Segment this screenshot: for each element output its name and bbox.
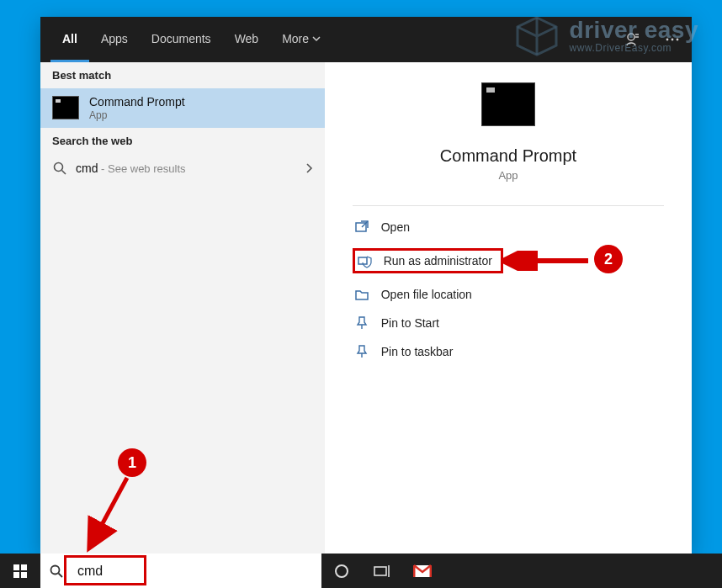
svg-point-1 — [666, 39, 669, 41]
action-open-location[interactable]: Open file location — [353, 280, 665, 309]
admin-shield-icon — [357, 253, 372, 268]
tab-more-label: More — [282, 32, 309, 45]
svg-line-20 — [91, 478, 127, 545]
details-title: Command Prompt — [440, 146, 576, 166]
chevron-down-icon — [312, 34, 321, 43]
tab-all[interactable]: All — [50, 17, 89, 62]
result-type: App — [89, 109, 185, 121]
svg-point-2 — [672, 39, 674, 41]
details-column: Command Prompt App Open Run as administr… — [325, 62, 692, 554]
action-open-location-label: Open file location — [381, 288, 472, 301]
best-match-header: Best match — [40, 62, 325, 88]
cortana-button[interactable] — [321, 554, 362, 588]
svg-rect-11 — [21, 572, 27, 578]
pin-start-icon — [354, 315, 369, 331]
svg-point-3 — [677, 39, 679, 41]
task-view-button[interactable] — [362, 554, 402, 588]
svg-rect-15 — [374, 567, 386, 575]
action-pin-start-label: Pin to Start — [381, 316, 439, 330]
annotation-step1-arrow — [81, 471, 140, 555]
action-pin-start[interactable]: Pin to Start — [353, 309, 665, 337]
tab-documents[interactable]: Documents — [140, 17, 223, 62]
search-icon — [52, 161, 67, 176]
action-open-label: Open — [381, 220, 410, 234]
task-view-icon — [373, 564, 391, 579]
svg-rect-8 — [13, 564, 19, 570]
web-term: cmd — [76, 162, 98, 175]
windows-logo-icon — [13, 564, 28, 579]
action-pin-taskbar-label: Pin to taskbar — [381, 345, 454, 358]
taskbar-search[interactable] — [40, 554, 321, 588]
svg-line-5 — [62, 170, 66, 174]
open-icon — [354, 220, 369, 235]
svg-point-0 — [628, 34, 634, 40]
annotation-search-highlight — [64, 555, 146, 585]
command-prompt-icon — [52, 96, 79, 119]
tab-apps[interactable]: Apps — [89, 17, 140, 62]
options-icon[interactable] — [653, 17, 692, 62]
svg-line-13 — [59, 573, 63, 577]
search-web-header: Search the web — [40, 128, 325, 154]
svg-rect-9 — [21, 564, 27, 570]
tab-web[interactable]: Web — [223, 17, 271, 62]
gmail-taskbar-button[interactable] — [402, 554, 443, 588]
feedback-icon[interactable] — [613, 17, 653, 62]
annotation-step1-badge: 1 — [118, 448, 146, 477]
web-hint: - See web results — [98, 162, 185, 175]
chevron-right-icon — [305, 162, 313, 174]
annotation-step2-badge: 2 — [594, 245, 623, 273]
result-title: Command Prompt — [89, 95, 185, 109]
search-tabs: All Apps Documents Web More — [40, 17, 692, 62]
details-subtitle: App — [498, 169, 518, 182]
web-result[interactable]: cmd - See web results — [40, 154, 325, 183]
divider — [353, 205, 665, 206]
svg-point-14 — [336, 565, 348, 577]
action-pin-taskbar[interactable]: Pin to taskbar — [353, 337, 665, 366]
annotation-step2-arrow — [501, 251, 593, 271]
svg-point-4 — [55, 162, 63, 171]
best-match-result[interactable]: Command Prompt App — [40, 88, 325, 128]
search-icon — [49, 564, 64, 579]
action-open[interactable]: Open — [353, 213, 665, 241]
svg-point-12 — [51, 565, 60, 574]
tab-more[interactable]: More — [270, 17, 332, 62]
start-button[interactable] — [0, 554, 40, 588]
taskbar — [0, 554, 722, 588]
command-prompt-large-icon — [481, 82, 535, 126]
action-run-admin-label: Run as administrator — [384, 254, 492, 268]
actions-list: Open Run as administrator Open file loca… — [353, 213, 665, 366]
cortana-icon — [333, 563, 350, 580]
svg-rect-10 — [13, 572, 19, 578]
folder-icon — [354, 287, 369, 302]
gmail-icon — [413, 564, 432, 578]
pin-taskbar-icon — [354, 344, 369, 359]
